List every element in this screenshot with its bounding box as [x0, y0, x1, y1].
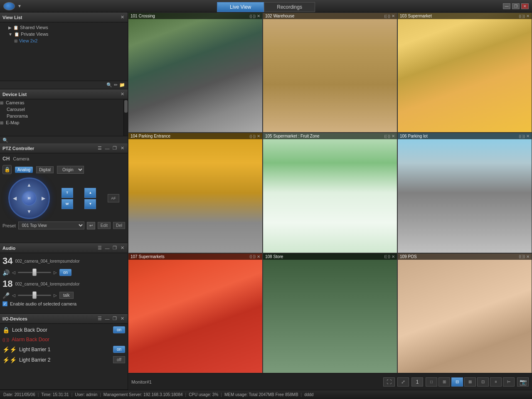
view-list-close[interactable]: ✕: [119, 15, 125, 20]
expand-btn[interactable]: ⤢: [397, 377, 409, 387]
layout-2x2[interactable]: ⊞: [438, 377, 450, 387]
cam-106-close[interactable]: ✕: [526, 134, 530, 138]
ptz-arrow-up[interactable]: ▲: [27, 182, 32, 188]
cam-106-name: 106 Parking lot: [400, 134, 428, 138]
audio-menu[interactable]: ☰: [97, 245, 103, 251]
ptz-zoom-t[interactable]: T: [62, 188, 73, 198]
io-close[interactable]: ✕: [119, 316, 125, 321]
tab-live-view[interactable]: Live View: [217, 2, 264, 12]
ptz-arrow-left[interactable]: ◀: [13, 195, 17, 201]
ptz-tilt-down[interactable]: ▼: [84, 199, 96, 209]
device-emap[interactable]: ⊞ E-Map: [0, 119, 123, 126]
camera-cell-101[interactable]: 101 Crossing ((·)) ✕: [128, 12, 263, 133]
cam-105-close[interactable]: ✕: [392, 134, 395, 138]
audio-minimize[interactable]: —: [104, 246, 110, 251]
ptz-origin-select[interactable]: Origin: [57, 166, 84, 174]
ptz-zoom-w[interactable]: W: [62, 199, 73, 209]
audio-content: 34 002_camera_004_lorempsumdolor 🔊 ◁ ▷ o…: [0, 253, 128, 309]
camera-cell-104[interactable]: 104 Parking Entrance ((·)) ✕: [128, 133, 263, 253]
cam-101-wifi: ((·)): [250, 14, 256, 18]
ptz-af-btn[interactable]: AF: [108, 194, 119, 202]
camera-cell-109[interactable]: 109 POS ((·)) ✕: [397, 253, 532, 373]
camera-cell-102[interactable]: 102 Warehouse ((·)) ✕: [263, 12, 397, 133]
camera-cell-105[interactable]: 105 Supermarket : Fruit Zone ((·)) ✕: [263, 133, 397, 253]
cam-103-close[interactable]: ✕: [526, 14, 530, 18]
layout-custom[interactable]: ⊡: [477, 377, 489, 387]
layout-3x3[interactable]: ⊟: [451, 377, 463, 387]
ptz-del-btn[interactable]: Del: [113, 222, 125, 229]
device-list-close[interactable]: ✕: [119, 91, 125, 97]
audio-enable-checkbox[interactable]: ✓: [2, 301, 7, 306]
layout-4x4[interactable]: ⊠: [464, 377, 476, 387]
device-panorama[interactable]: Panorama: [0, 113, 123, 119]
ptz-goto-btn[interactable]: ↩: [87, 222, 95, 229]
audio-mic-slider[interactable]: [18, 295, 51, 296]
ptz-minimize[interactable]: —: [104, 146, 110, 151]
ptz-restore[interactable]: ❐: [112, 145, 118, 151]
tree-item-private-views[interactable]: ▼ 📋 Private Views: [2, 31, 125, 37]
device-search-btn[interactable]: 🔍: [2, 138, 8, 143]
ptz-edit-btn[interactable]: Edit: [98, 222, 111, 229]
ptz-preset-select[interactable]: 001 Top View: [18, 222, 84, 229]
camera-cell-106[interactable]: 106 Parking lot ((·)) ✕: [397, 133, 532, 253]
layout-1x1[interactable]: □: [426, 377, 437, 387]
layout-special[interactable]: ⊢: [503, 377, 515, 387]
io-minimize[interactable]: —: [104, 316, 110, 321]
tab-recordings[interactable]: Recordings: [264, 2, 315, 12]
cam-108-close[interactable]: ✕: [392, 254, 395, 259]
audio-close[interactable]: ✕: [119, 245, 125, 251]
view-edit-btn[interactable]: ✏: [114, 82, 118, 88]
ptz-close[interactable]: ✕: [119, 145, 125, 151]
cam-108-name: 108 Store: [265, 254, 283, 259]
globe-button[interactable]: [3, 2, 15, 10]
cam-106-image: [398, 133, 532, 252]
layout-8[interactable]: 8: [490, 377, 502, 387]
cam-101-close[interactable]: ✕: [257, 14, 260, 18]
camera-cell-108[interactable]: 108 Store ((·)) ✕: [263, 253, 397, 373]
audio-on-btn[interactable]: on: [59, 269, 71, 276]
io-lb1-btn[interactable]: on: [113, 346, 125, 353]
view-folder-btn[interactable]: 📁: [119, 82, 125, 88]
camera-cell-103[interactable]: 103 Supermarket ((·)) ✕: [397, 12, 532, 133]
audio-volume-slider[interactable]: [18, 272, 51, 273]
snapshot-btn[interactable]: 📷: [517, 377, 529, 387]
device-cameras[interactable]: ⊞ Cameras: [0, 99, 123, 106]
audio-restore[interactable]: ❐: [112, 245, 118, 251]
io-lock-name: Lock Back Door: [12, 327, 111, 333]
ptz-home-btn[interactable]: H: [22, 191, 37, 206]
device-list-row: ⊞ Cameras Carousel Panorama ⊞ E-Map: [0, 99, 128, 136]
ptz-arrow-right[interactable]: ▶: [42, 195, 45, 201]
cam-102-close[interactable]: ✕: [392, 14, 395, 18]
btn-digital[interactable]: Digital: [36, 166, 54, 173]
close-button[interactable]: ✕: [521, 3, 529, 9]
audio-talk-btn[interactable]: talk: [59, 292, 74, 299]
ptz-menu[interactable]: ☰: [97, 145, 103, 151]
audio-ch-18-name: 002_camera_004_lorempsumdolor: [15, 282, 125, 286]
io-lock-btn[interactable]: on: [113, 326, 125, 333]
fullscreen-btn[interactable]: ⛶: [383, 377, 395, 387]
cam-104-close[interactable]: ✕: [257, 134, 260, 138]
ptz-arrow-down[interactable]: ▼: [27, 209, 32, 214]
io-lb1-name: Light Barrier 1: [19, 347, 111, 352]
restore-button[interactable]: ❐: [512, 3, 520, 9]
app-dropdown[interactable]: ▼: [17, 4, 22, 8]
tree-item-shared-views[interactable]: ▶ 📋 Shared Views: [2, 24, 125, 31]
ptz-camera-label: Camera: [13, 156, 29, 161]
cam-107-close[interactable]: ✕: [257, 254, 260, 259]
cam-109-close[interactable]: ✕: [526, 254, 530, 259]
minimize-button[interactable]: —: [503, 3, 510, 9]
device-scrollbar[interactable]: [123, 99, 128, 136]
view-list-controls: ✕: [119, 15, 125, 20]
tree-item-view-2x2[interactable]: ⊞ View 2x2: [2, 37, 125, 44]
ptz-tilt-up[interactable]: ▲: [84, 188, 96, 198]
camera-cell-107[interactable]: 107 Supermarkets ((·)) ✕: [128, 253, 263, 373]
btn-analog[interactable]: Analog: [15, 167, 33, 173]
device-carousel[interactable]: Carousel: [0, 106, 123, 113]
view-search-btn[interactable]: 🔍: [106, 82, 112, 88]
io-lb2-btn[interactable]: off: [113, 356, 125, 363]
ptz-lock-icon[interactable]: 🔒: [2, 165, 12, 174]
io-menu[interactable]: ☰: [97, 316, 103, 321]
ptz-header: PTZ Controller ☰ — ❐ ✕: [0, 143, 128, 153]
ptz-joystick[interactable]: ▲ ▼ ◀ ▶ H: [8, 177, 50, 219]
io-restore[interactable]: ❐: [112, 316, 118, 321]
